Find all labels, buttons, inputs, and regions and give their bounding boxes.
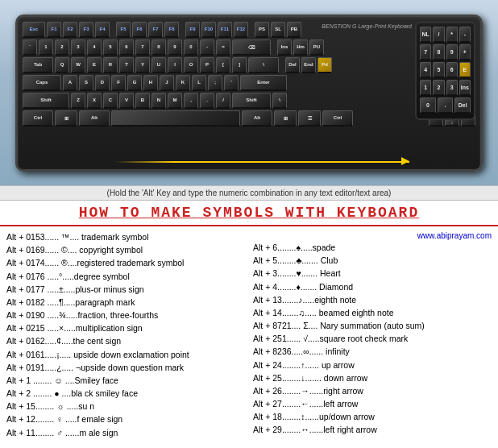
key-numdiv: / <box>433 27 444 43</box>
list-item: Alt + 0174...... ®....registered tradema… <box>6 257 245 268</box>
keyboard-row-asdf: Caps A S D F G H J K L ; ' Enter <box>23 75 475 91</box>
key-t: T <box>119 57 134 73</box>
list-item: Alt + 0177 .....±.....plus-or minus sign <box>6 284 245 295</box>
key-pgdn: Pd <box>317 57 332 73</box>
keyboard-brand: BENSTION G Large-Print Keyboard <box>322 23 412 29</box>
key-quote: ' <box>224 75 239 91</box>
keyboard-row-bottom: Ctrl ⊞ Alt Alt ⊞ ☰ Ctrl ← ↑ ↓ → <box>23 110 475 127</box>
key-lwin: ⊞ <box>55 110 77 127</box>
key-f6: F6 <box>132 22 147 38</box>
list-item: Alt + 24........↑...... up arrow <box>253 359 492 371</box>
key-f: F <box>111 75 126 91</box>
list-item: Alt + 0190 .....¾.....fraction, three-fo… <box>6 309 245 321</box>
key-f4: F4 <box>95 22 110 38</box>
key-slash: / <box>216 93 230 109</box>
key-8: 8 <box>151 39 166 56</box>
key-l: L <box>192 75 206 91</box>
key-f5: F5 <box>116 22 131 38</box>
key-num7: 7 <box>420 44 431 60</box>
key-enter: Enter <box>240 75 287 91</box>
key-e: E <box>87 57 102 73</box>
key-period: . <box>200 93 214 109</box>
key-numdel: Ins <box>459 80 471 96</box>
key-f7: F7 <box>148 22 163 38</box>
list-item: Alt + 6........♠.....spade <box>253 242 492 253</box>
key-numlock: NL <box>420 27 431 43</box>
key-9: 9 <box>168 39 182 56</box>
list-item: Alt + 0215 .....×.....multiplication sig… <box>6 322 245 334</box>
keyboard-body: BENSTION G Large-Print Keyboard Esc F1 F… <box>15 15 483 172</box>
list-item: Alt + 0176 .....°.....degree symbol <box>6 271 245 282</box>
key-b: B <box>135 93 150 109</box>
key-num9: 9 <box>446 44 458 60</box>
key-num4: 4 <box>420 62 431 78</box>
key-numdot: . <box>438 97 454 114</box>
key-4: 4 <box>87 39 102 56</box>
key-7: 7 <box>135 39 150 56</box>
key-f12: F12 <box>234 22 248 38</box>
website-label: www.abiprayam.com <box>253 231 492 240</box>
list-item: Alt + 27........←......left arrow <box>253 398 492 409</box>
key-p: P <box>200 57 214 73</box>
key-num2: 2 <box>433 80 444 96</box>
key-equals: = <box>216 39 230 56</box>
key-backspace: ⌫ <box>232 39 271 56</box>
title-bar: HOW TO MAKE SYMBOLS WITH KEYBOARD <box>0 201 498 226</box>
list-item: Alt + 4........♦....... Diamond <box>253 281 492 292</box>
key-pause: PB <box>287 22 301 38</box>
key-backtick: ` <box>23 39 37 56</box>
key-r: R <box>103 57 118 73</box>
list-item: Alt + 0162.....¢.....the cent sign <box>6 335 245 346</box>
key-numsub: - <box>459 27 471 43</box>
key-backslash2: \ <box>272 93 287 109</box>
list-item: Alt + 11........ ♂ ......m ale sign <box>6 427 245 438</box>
key-comma: , <box>184 93 198 109</box>
list-item: Alt + 251...... √.....square root check … <box>253 333 492 344</box>
key-lshift: Shift <box>23 93 69 109</box>
list-item: Alt + 1 ........ ☺ ....Smiley face <box>6 375 245 386</box>
key-end: End <box>301 57 316 73</box>
key-3: 3 <box>71 39 85 56</box>
keyboard-image: BENSTION G Large-Print Keyboard Esc F1 F… <box>15 15 483 172</box>
key-home: Hm <box>293 39 308 56</box>
list-item: Alt + 8721.... Σ.... Nary summation (aut… <box>253 320 492 331</box>
key-tab: Tab <box>23 57 53 73</box>
list-item: Alt + 3........♥....... Heart <box>253 268 492 279</box>
key-q: Q <box>55 57 69 73</box>
left-column: Alt + 0153...... ™.... trademark symbol … <box>6 231 245 440</box>
key-ins: Ins <box>277 39 292 56</box>
key-f10: F10 <box>201 22 216 38</box>
list-item: Alt + 26........→......right arrow <box>253 385 492 396</box>
content-area: Alt + 0153...... ™.... trademark symbol … <box>0 226 498 445</box>
key-f9: F9 <box>185 22 200 38</box>
list-item: Alt + 13.......♪.....eighth note <box>253 294 492 305</box>
keyboard-row-numbers: ` 1 2 3 4 5 6 7 8 9 0 - = ⌫ Ins Hm PU <box>23 39 475 56</box>
key-k: K <box>176 75 190 91</box>
key-pgup: PU <box>309 39 324 56</box>
key-h: H <box>143 75 158 91</box>
key-semicolon: ; <box>208 75 222 91</box>
key-6: 6 <box>119 39 134 56</box>
key-f11: F11 <box>218 22 232 38</box>
key-numenter: E <box>459 62 471 78</box>
list-item: Alt + 0161.....¡..... upside down exclam… <box>6 349 245 360</box>
key-space <box>111 110 240 127</box>
key-nummul: * <box>446 27 458 43</box>
key-x: X <box>87 93 102 109</box>
list-item: Alt + 0182 .....¶.....paragraph mark <box>6 297 245 308</box>
keyboard-arrow-line <box>114 161 409 163</box>
key-s: S <box>79 75 93 91</box>
key-lctrl: Ctrl <box>23 110 53 127</box>
key-n: N <box>151 93 166 109</box>
keyboard-row-zxcv: Shift Z X C V B N M , . / Shift \ <box>23 93 475 109</box>
keyboard-section: BENSTION G Large-Print Keyboard Esc F1 F… <box>0 0 498 185</box>
list-item: Alt + 0153...... ™.... trademark symbol <box>6 231 245 243</box>
list-item: Alt + 15........ ☼ .....su n <box>6 400 245 412</box>
page-title: HOW TO MAKE SYMBOLS WITH KEYBOARD <box>79 205 419 221</box>
key-g: G <box>127 75 142 91</box>
list-item: Alt + 12........ ♀ .....f emale sign <box>6 413 245 425</box>
list-item: Alt + 29........↔......left right arrow <box>253 424 492 435</box>
key-menu: ☰ <box>298 110 321 127</box>
key-num6: 6 <box>446 62 458 78</box>
key-lbracket: [ <box>216 57 230 73</box>
